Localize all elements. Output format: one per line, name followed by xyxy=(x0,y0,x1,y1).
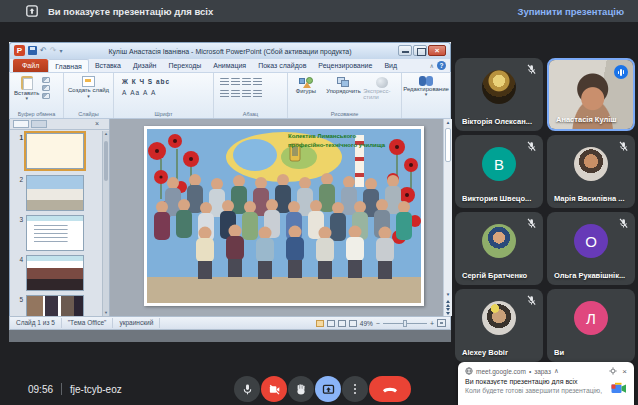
panel-scrollbar[interactable]: ▲ ▼ xyxy=(102,131,109,316)
bullet-list-icon[interactable] xyxy=(220,78,229,86)
thumbnail-image-4[interactable] xyxy=(26,255,84,291)
thumbnail-image-2[interactable] xyxy=(26,175,84,211)
scrollbar-thumb[interactable] xyxy=(445,128,451,162)
format-painter-icon[interactable] xyxy=(42,93,50,99)
participant-tile-anastasia-kulish[interactable]: Анастасія Куліш xyxy=(547,58,635,131)
slide-thumbnail-4[interactable]: 4 xyxy=(10,255,84,291)
slide-thumbnail-3[interactable]: 3 xyxy=(10,215,84,251)
participant-tile-viktoria-oleksan[interactable]: Вікторія Олексан... xyxy=(455,58,543,131)
qat-dropdown-icon[interactable]: ▾ xyxy=(59,47,62,54)
present-button-active[interactable] xyxy=(315,376,341,402)
microphone-button[interactable] xyxy=(234,376,260,402)
slide-thumbnail-2[interactable]: 2 xyxy=(10,175,84,211)
new-slide-icon xyxy=(82,76,95,87)
normal-view-icon[interactable] xyxy=(316,320,324,327)
notification-close-icon[interactable]: × xyxy=(622,368,627,375)
raise-hand-button[interactable] xyxy=(288,376,314,402)
slideshow-view-icon[interactable] xyxy=(349,320,357,327)
tab-design[interactable]: Дизайн xyxy=(127,59,163,72)
group-editing: Редактирование ▾ xyxy=(402,73,450,118)
align-center-icon[interactable] xyxy=(231,90,240,98)
browser-notification[interactable]: meet.google.com • зараз ∧ × Ви показуєте… xyxy=(458,362,634,405)
paste-button[interactable]: Вставить ▾ xyxy=(14,73,39,100)
notification-body: Коли будете готові завершити презентацію… xyxy=(458,385,634,394)
font-size-buttons[interactable]: А Аа А А xyxy=(114,85,213,96)
banner-message: Ви показуєте презентацію для всіх xyxy=(48,6,213,17)
thumbnail-image-1[interactable] xyxy=(26,133,84,169)
fit-to-window-icon[interactable] xyxy=(437,319,446,327)
cut-icon[interactable] xyxy=(42,77,50,83)
ribbon-collapse-icon[interactable]: ∧ xyxy=(430,62,434,69)
slide-photo-group-portrait xyxy=(147,129,421,303)
present-to-all-icon xyxy=(26,5,38,17)
end-call-button[interactable] xyxy=(369,376,411,402)
outline-tab[interactable] xyxy=(31,120,47,128)
tab-view[interactable]: Вид xyxy=(378,59,403,72)
slide-scrollbar[interactable]: ▲ ▼ xyxy=(443,119,452,316)
slide-thumbnail-1[interactable]: 1 xyxy=(10,133,84,169)
tab-insert[interactable]: Вставка xyxy=(89,59,127,72)
tab-transitions[interactable]: Переходы xyxy=(162,59,207,72)
camera-off-button[interactable] xyxy=(261,376,287,402)
line-spacing-icon[interactable] xyxy=(253,78,262,86)
participant-tile-viktoria-shveco[interactable]: В Виктория Швецо... xyxy=(455,135,543,208)
expand-caret-icon[interactable]: ∧ xyxy=(554,367,559,375)
meeting-info: 09:56 fje-tcyb-eoz xyxy=(28,381,122,397)
numbered-list-icon[interactable] xyxy=(231,78,240,86)
tab-file[interactable]: Файл xyxy=(13,59,48,72)
slide-sorter-icon[interactable] xyxy=(327,320,335,327)
maximize-button[interactable] xyxy=(413,45,427,56)
current-slide[interactable]: Колектив Лиманського професійно-технічно… xyxy=(144,126,424,306)
meeting-code: fje-tcyb-eoz xyxy=(70,384,122,395)
copy-icon[interactable] xyxy=(42,85,50,91)
close-button[interactable]: × xyxy=(428,45,446,56)
ppt-titlebar[interactable]: P ↶ ↷ ▾ Куліш Анастасія Іванівна - Micro… xyxy=(9,42,451,59)
gear-icon[interactable] xyxy=(609,367,617,375)
hand-icon xyxy=(295,383,307,395)
font-style-buttons[interactable]: Ж К Ч S abc xyxy=(114,73,213,85)
zoom-slider[interactable] xyxy=(383,323,427,324)
slides-tab[interactable] xyxy=(13,120,29,128)
more-options-icon xyxy=(354,382,357,395)
participant-tile-maria-vasylivna[interactable]: Марія Василівна ... xyxy=(547,135,635,208)
undo-icon[interactable]: ↶ xyxy=(40,46,47,55)
previous-slide-button[interactable] xyxy=(444,300,452,307)
editing-button[interactable]: Редактирование ▾ xyxy=(402,73,450,96)
tab-home[interactable]: Главная xyxy=(48,59,89,72)
next-slide-button[interactable] xyxy=(444,308,452,315)
align-left-icon[interactable] xyxy=(220,90,229,98)
save-icon[interactable] xyxy=(28,46,37,55)
reading-view-icon[interactable] xyxy=(338,320,346,327)
tab-slideshow[interactable]: Показ слайдов xyxy=(252,59,312,72)
tab-review[interactable]: Рецензирование xyxy=(312,59,378,72)
find-icon xyxy=(419,76,433,86)
language-indicator[interactable]: украинский xyxy=(113,318,160,328)
participant-tile-alexey-bobir[interactable]: Alexey Bobir xyxy=(455,289,543,362)
new-slide-button[interactable]: Создать слайд ▾ xyxy=(64,73,113,98)
mic-off-icon xyxy=(618,218,629,229)
indent-icon[interactable] xyxy=(242,78,251,86)
zoom-out-icon[interactable]: − xyxy=(376,320,380,327)
minimize-button[interactable] xyxy=(398,45,412,56)
theme-indicator[interactable]: "Тема Office" xyxy=(62,318,114,328)
ppt-body: × 1 2 3 4 5 ▲ xyxy=(9,119,451,316)
participant-tile-sergiy-bratchenko[interactable]: Сергій Братченко xyxy=(455,212,543,285)
close-panel-icon[interactable]: × xyxy=(95,120,99,128)
redo-icon[interactable]: ↷ xyxy=(50,46,57,55)
notification-source: meet.google.com xyxy=(476,368,526,375)
slide-title: Колектив Лиманського професійно-технічно… xyxy=(288,132,416,150)
participant-tile-you[interactable]: Л Ви xyxy=(547,289,635,362)
participant-tile-olga-rukavishnik[interactable]: О Ольга Рукавішнік... xyxy=(547,212,635,285)
justify-icon[interactable] xyxy=(253,90,262,98)
group-paragraph: Абзац xyxy=(214,73,288,118)
tab-animation[interactable]: Анимация xyxy=(207,59,252,72)
align-right-icon[interactable] xyxy=(242,90,251,98)
thumbnail-image-3[interactable] xyxy=(26,215,84,251)
clock-time: 09:56 xyxy=(28,384,53,395)
help-icon[interactable]: ? xyxy=(437,61,446,70)
more-options-button[interactable] xyxy=(342,376,368,402)
avatar xyxy=(482,70,516,104)
stop-presentation-button[interactable]: Зупинити презентацію xyxy=(518,6,625,17)
zoom-in-icon[interactable]: + xyxy=(430,320,434,327)
zoom-slider-thumb[interactable] xyxy=(403,320,407,327)
